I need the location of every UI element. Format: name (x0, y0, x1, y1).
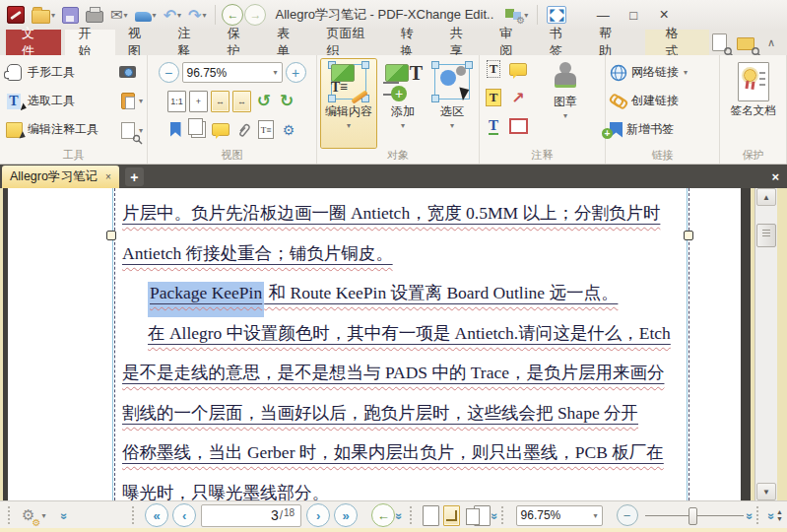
attachments-pane-button[interactable] (233, 120, 253, 140)
page-number-input[interactable]: 3 / 18 (201, 504, 301, 527)
ribbon-tab-文件[interactable]: 文件 (6, 30, 61, 55)
expand-toolbar-button[interactable]: » (743, 513, 756, 518)
zoom-slider[interactable] (645, 505, 744, 525)
arrow-tool-button[interactable]: ↗ (508, 88, 528, 107)
typewriter-tool-button[interactable]: T (484, 59, 503, 79)
find-in-files-button[interactable] (734, 31, 757, 54)
history-back-button[interactable]: ← (222, 4, 243, 26)
comments-pane-button[interactable] (211, 120, 230, 140)
fields-pane-button[interactable]: T≡ (256, 120, 276, 140)
layout-options-button[interactable]: » (488, 513, 501, 518)
ribbon-tab-注释[interactable]: 注释 (164, 30, 214, 55)
close-button[interactable]: × (649, 4, 679, 26)
document-tab-close-icon[interactable]: × (105, 171, 111, 182)
email-button[interactable]: ✉▾ (107, 3, 131, 27)
new-tab-button[interactable]: + (125, 167, 144, 186)
fit-page-button[interactable]: + (189, 91, 208, 112)
zoom-out-button[interactable]: − (159, 62, 179, 83)
scroll-up-button[interactable]: ▲ (756, 188, 776, 206)
ribbon-tab-视图[interactable]: 视图 (115, 30, 164, 55)
zoom-out-button[interactable]: − (617, 504, 638, 526)
scrollbar-thumb[interactable] (756, 224, 776, 247)
single-page-layout-button[interactable] (423, 505, 439, 526)
status-options-button[interactable]: ⚙▾ (19, 503, 48, 527)
ribbon-tab-表单[interactable]: 表单 (264, 30, 313, 55)
fit-width-button[interactable]: ↔ (211, 91, 230, 112)
history-forward-button[interactable]: → (244, 4, 266, 26)
envelope-icon: ✉ (110, 6, 123, 24)
fit-width-layout-button[interactable] (443, 505, 460, 526)
find-button[interactable]: ▾ (118, 117, 143, 144)
zoom-in-button[interactable]: + (286, 62, 306, 83)
ribbon-tab-审阅[interactable]: 审阅 (487, 30, 536, 55)
expand-toolbar-button[interactable]: » (58, 513, 72, 518)
pdf-page[interactable]: 片层中。负片先沿板边画一圈 Antietch，宽度 0.5MM 以上；分割负片时… (3, 188, 751, 500)
selected-text[interactable]: Package KeePin (148, 282, 264, 317)
selection-button[interactable]: 选区▾ (429, 59, 475, 148)
edit-content-button[interactable]: T≡ 编辑内容▾ (321, 59, 376, 148)
thumbnails-pane-button[interactable] (188, 120, 208, 140)
redo-button[interactable]: ↷▾ (185, 3, 209, 27)
ribbon-tab-保护[interactable]: 保护 (215, 30, 264, 55)
expand-toolbar-button[interactable]: » (765, 513, 779, 518)
sticky-note-tool-button[interactable] (508, 59, 528, 79)
save-button[interactable] (59, 3, 82, 27)
resize-handle-left[interactable] (106, 231, 116, 240)
ribbon-tab-共享[interactable]: 共享 (437, 30, 487, 55)
undo-button[interactable]: ↶▾ (161, 3, 184, 27)
minimize-button[interactable]: — (588, 4, 618, 26)
hand-tool-button[interactable]: 手形工具 (4, 58, 98, 87)
zoom-level-combobox[interactable]: 96.75%▾ (516, 505, 603, 526)
ribbon-tab-书签[interactable]: 书签 (537, 30, 586, 55)
fullscreen-button[interactable]: ◤◥ ◣◢ (544, 3, 569, 27)
find-in-document-button[interactable] (709, 31, 730, 54)
collapse-ribbon-button[interactable]: ∧ (761, 36, 781, 49)
ribbon-tab-开始[interactable]: 开始 (65, 30, 114, 55)
chevron-up-icon: ∧ (767, 36, 775, 48)
rotate-ccw-button[interactable]: ↺ (254, 92, 274, 111)
ribbon-tab-格式[interactable]: 格式 (645, 30, 708, 55)
bookmarks-pane-button[interactable] (165, 120, 185, 140)
zoom-level-combobox[interactable]: 96.75%▾ (182, 62, 283, 83)
add-content-button[interactable]: T+ 添加▾ (380, 59, 426, 148)
previous-page-button[interactable]: ‹ (172, 503, 196, 527)
create-link-button[interactable]: 创建链接 (610, 87, 715, 115)
double-chevron-icon: » (765, 513, 779, 518)
plus-icon: + (130, 169, 138, 185)
first-page-button[interactable]: « (145, 503, 168, 527)
web-link-button[interactable]: 网络链接▾ (610, 58, 715, 87)
actual-size-button[interactable]: 1:1 (167, 91, 186, 112)
rectangle-tool-button[interactable] (508, 116, 528, 136)
ribbon-tab-页面组织[interactable]: 页面组织 (314, 30, 388, 55)
print-button[interactable] (83, 3, 106, 27)
stamp-button[interactable]: 图章▾ (537, 59, 594, 148)
add-bookmark-button[interactable]: + 新增书签 (610, 115, 715, 144)
session-button[interactable]: ⚙ ▾ (502, 3, 531, 27)
snapshot-button[interactable] (118, 58, 143, 85)
next-page-button[interactable]: › (306, 503, 330, 527)
vertical-scrollbar[interactable]: ▲ ▼ (754, 188, 777, 500)
document-tab[interactable]: Allegro学习笔记 × (2, 166, 119, 188)
last-page-icon: » (343, 508, 350, 523)
rotate-cw-button[interactable]: ↻ (277, 92, 296, 111)
magnifier-icon (132, 134, 143, 145)
underline-text-tool-button[interactable]: T (484, 116, 503, 136)
properties-pane-button[interactable]: ⚙ (279, 120, 298, 140)
paste-button[interactable]: ▾ (118, 88, 143, 114)
maximize-button[interactable]: □ (619, 4, 648, 26)
last-page-button[interactable]: » (334, 503, 358, 527)
ribbon-tab-转换[interactable]: 转换 (387, 30, 436, 55)
close-document-button[interactable]: × (771, 169, 779, 184)
sign-document-button[interactable]: 签名文档 (724, 59, 782, 148)
open-file-button[interactable]: ▾ (29, 3, 58, 27)
ribbon-group-links: 网络链接▾ 创建链接 + 新增书签 链接 (606, 55, 720, 164)
zoom-slider-handle[interactable] (689, 507, 697, 525)
expand-toolbar-button[interactable]: » (393, 513, 407, 518)
scroll-down-button[interactable]: ▼ (756, 483, 776, 500)
highlight-text-tool-button[interactable]: T (484, 88, 503, 107)
edit-annotation-tool-button[interactable]: 编辑注释工具 (4, 115, 98, 144)
select-tool-button[interactable]: T选取工具 (4, 87, 98, 115)
fit-visible-button[interactable]: ↔ (232, 91, 251, 112)
ribbon-tab-帮助[interactable]: 帮助 (586, 30, 635, 55)
scan-button[interactable]: ▾ (132, 3, 160, 27)
